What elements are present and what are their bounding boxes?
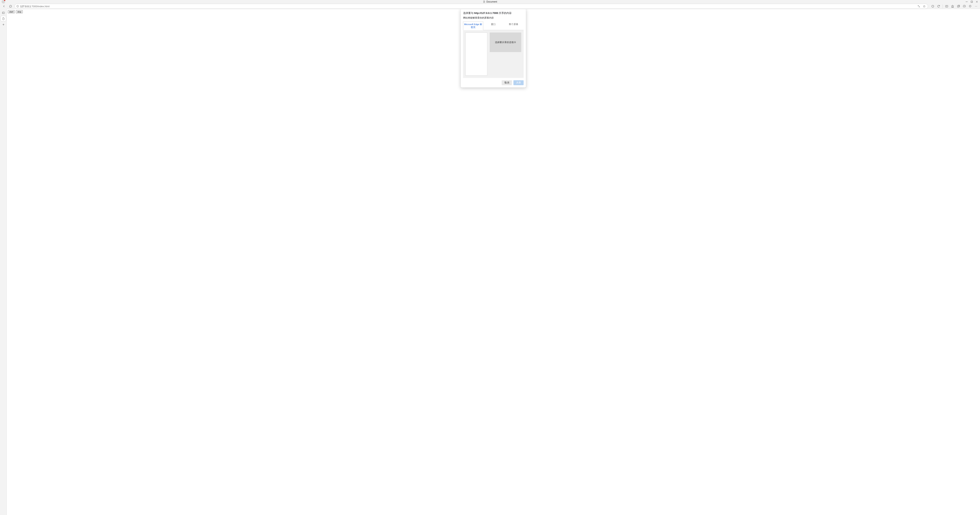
performance-icon[interactable] (962, 4, 967, 9)
url-rest: :7000/index.html (31, 5, 49, 8)
new-tab-icon[interactable] (1, 22, 6, 27)
extensions-icon[interactable] (967, 4, 973, 9)
page-content: start stop 选择要与 http://127.0.0.1:7000 共享… (7, 9, 980, 515)
favorite-star-icon[interactable] (922, 4, 926, 8)
screen-share-dialog: 选择要与 http://127.0.0.1:7000 共享的内容 网站将能够查看… (461, 9, 526, 88)
address-bar[interactable]: 127.0.0.1:7000/index.html (14, 4, 928, 9)
profile-avatar-icon[interactable] (2, 0, 5, 3)
stop-loading-icon[interactable] (930, 4, 935, 9)
more-menu-icon[interactable] (973, 4, 979, 9)
svg-point-15 (976, 6, 976, 6)
vertical-tab-strip (0, 9, 7, 515)
reload-button[interactable] (8, 4, 13, 9)
start-button[interactable]: start (8, 10, 15, 13)
cancel-button[interactable]: 取消 (502, 80, 512, 85)
dialog-subtitle: 网站将能够查看你的屏幕内容 (463, 16, 524, 19)
refresh-variant-icon[interactable] (936, 4, 942, 9)
share-thumbnail[interactable] (466, 33, 487, 76)
document-icon (483, 1, 485, 3)
window-title: Document (487, 0, 497, 3)
window-maximize-button[interactable] (970, 1, 973, 3)
translate-icon[interactable] (916, 4, 921, 8)
window-titlebar: Document (0, 0, 980, 3)
tab-screen[interactable]: 整个屏幕 (504, 22, 524, 30)
svg-point-14 (975, 6, 975, 6)
tab-edge[interactable]: Microsoft Edge 标签页 (463, 22, 483, 30)
dialog-body: 选择要共享的选项卡 (463, 30, 524, 78)
favorites-icon[interactable] (950, 4, 955, 9)
share-button[interactable]: 共享 (514, 80, 524, 85)
site-info-icon[interactable] (16, 5, 19, 8)
url-text[interactable]: 127.0.0.1:7000/index.html (20, 5, 915, 8)
tab-actions-icon[interactable] (1, 10, 6, 15)
svg-rect-17 (2, 12, 4, 14)
collections-icon[interactable] (956, 4, 961, 9)
back-button[interactable] (1, 4, 7, 9)
window-minimize-button[interactable] (966, 1, 968, 3)
url-host: 127.0.0.1 (20, 5, 31, 8)
svg-rect-1 (971, 1, 972, 3)
browser-toolbar: 127.0.0.1:7000/index.html (0, 3, 980, 9)
dialog-title: 选择要与 http://127.0.0.1:7000 共享的内容 (463, 11, 524, 15)
window-close-button[interactable] (976, 1, 978, 3)
tab-window[interactable]: 窗口 (483, 22, 504, 30)
share-preview-placeholder: 选择要共享的选项卡 (490, 33, 521, 52)
svg-point-16 (977, 6, 977, 6)
current-tab-icon[interactable] (1, 16, 6, 21)
stop-button[interactable]: stop (16, 10, 23, 13)
dialog-tabs: Microsoft Edge 标签页 窗口 整个屏幕 (463, 21, 524, 30)
split-screen-icon[interactable] (944, 4, 950, 9)
svg-point-7 (932, 5, 934, 8)
